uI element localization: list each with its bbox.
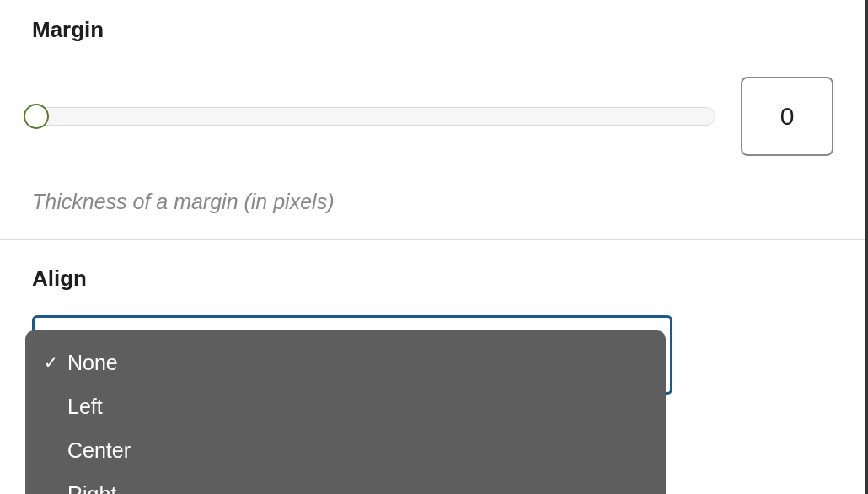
align-option-center[interactable]: Center [25,428,666,472]
margin-number-input[interactable]: 0 [741,77,833,156]
align-option-right[interactable]: Right [25,472,666,494]
margin-helper-text: Thickness of a margin (in pixels) [32,190,833,214]
align-option-left[interactable]: Left [25,384,666,428]
align-option-none[interactable]: ✓ None [25,341,666,384]
option-label: None [67,346,118,379]
slider-track [32,107,715,126]
option-label: Right [67,477,116,494]
option-label: Center [67,433,131,467]
margin-control-row: 0 [32,77,833,156]
check-icon: ✓ [44,349,64,376]
align-label: Align [32,266,833,292]
margin-slider[interactable] [32,107,715,126]
option-label: Left [67,389,103,423]
align-dropdown-menu: ✓ None Left Center Right [25,330,666,494]
margin-label: Margin [32,17,833,43]
slider-thumb[interactable] [24,104,49,129]
margin-section: Margin 0 Thickness of a margin (in pixel… [0,0,865,240]
